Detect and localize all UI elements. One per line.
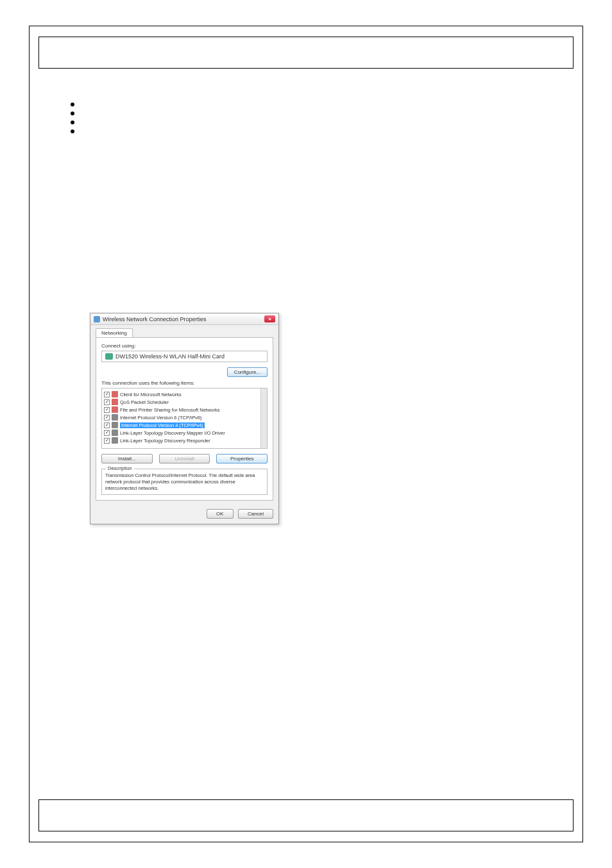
item-label: Link-Layer Topology Discovery Responder <box>120 438 210 444</box>
item-label: Link-Layer Topology Discovery Mapper I/O… <box>120 430 225 436</box>
item-label: Client for Microsoft Networks <box>120 392 182 397</box>
adapter-icon <box>105 353 113 360</box>
item-checkbox[interactable]: ✓ <box>104 422 110 428</box>
item-icon <box>112 422 118 428</box>
adapter-name: DW1520 Wireless-N WLAN Half-Mini Card <box>115 353 225 360</box>
item-icon <box>112 437 118 444</box>
ok-button[interactable]: OK <box>207 509 234 519</box>
dialog-footer: OK Cancel <box>90 506 278 524</box>
scrollbar[interactable] <box>260 388 267 448</box>
properties-button[interactable]: Properties <box>216 454 268 463</box>
connection-item[interactable]: ✓Link-Layer Topology Discovery Responder <box>104 437 265 444</box>
item-label: File and Printer Sharing for Microsoft N… <box>120 407 219 413</box>
item-checkbox[interactable]: ✓ <box>104 399 110 405</box>
properties-dialog: Wireless Network Connection Properties ×… <box>90 313 279 524</box>
item-checkbox[interactable]: ✓ <box>104 415 110 421</box>
item-label: QoS Packet Scheduler <box>120 399 169 405</box>
titlebar: Wireless Network Connection Properties × <box>90 313 278 325</box>
header-box <box>38 37 574 69</box>
item-icon <box>112 430 118 436</box>
configure-row: Configure... <box>101 367 268 377</box>
item-checkbox[interactable]: ✓ <box>104 407 110 413</box>
item-checkbox[interactable]: ✓ <box>104 438 110 444</box>
bullet-icon <box>71 129 74 133</box>
bullet-item <box>71 103 561 106</box>
connection-items-list[interactable]: ✓Client for Microsoft Networks✓QoS Packe… <box>101 388 268 449</box>
item-label: Internet Protocol Version 4 (TCP/IPv4) <box>120 422 205 428</box>
item-label: Internet Protocol Version 6 (TCP/IPv6) <box>120 415 202 421</box>
connection-item[interactable]: ✓Internet Protocol Version 6 (TCP/IPv6) <box>104 413 265 421</box>
bullet-icon <box>71 112 74 115</box>
bullet-icon <box>71 121 74 124</box>
titlebar-left: Wireless Network Connection Properties <box>94 316 207 322</box>
button-row: Install... Uninstall Properties <box>101 454 268 463</box>
bullet-item <box>71 112 561 115</box>
bullet-list <box>71 103 561 133</box>
connection-item[interactable]: ✓Internet Protocol Version 4 (TCP/IPv4) <box>104 421 265 429</box>
connection-item[interactable]: ✓QoS Packet Scheduler <box>104 398 265 406</box>
footer-box <box>38 799 574 831</box>
tab-networking[interactable]: Networking <box>96 328 133 337</box>
item-checkbox[interactable]: ✓ <box>104 392 110 397</box>
item-icon <box>112 414 118 421</box>
bullet-icon <box>71 103 74 106</box>
description-label: Description <box>106 465 134 472</box>
adapter-box: DW1520 Wireless-N WLAN Half-Mini Card <box>101 351 268 362</box>
window-icon <box>94 316 100 322</box>
tab-strip: Networking <box>90 325 278 337</box>
item-checkbox[interactable]: ✓ <box>104 430 110 436</box>
dialog-body: Connect using: DW1520 Wireless-N WLAN Ha… <box>96 337 273 501</box>
uninstall-button: Uninstall <box>159 454 210 463</box>
bullet-item <box>71 121 561 124</box>
configure-button[interactable]: Configure... <box>227 367 268 377</box>
window-title: Wireless Network Connection Properties <box>103 316 207 322</box>
item-icon <box>112 391 118 397</box>
install-button[interactable]: Install... <box>101 454 153 463</box>
connection-item[interactable]: ✓File and Printer Sharing for Microsoft … <box>104 406 265 413</box>
cancel-button[interactable]: Cancel <box>238 509 273 519</box>
items-label: This connection uses the following items… <box>101 380 268 386</box>
bullet-item <box>71 129 561 133</box>
item-icon <box>112 399 118 405</box>
connection-item[interactable]: ✓Client for Microsoft Networks <box>104 390 265 398</box>
close-button[interactable]: × <box>264 315 275 322</box>
connect-using-label: Connect using: <box>101 343 268 349</box>
connection-item[interactable]: ✓Link-Layer Topology Discovery Mapper I/… <box>104 429 265 437</box>
description-box: Description Transmission Control Protoco… <box>101 469 268 495</box>
item-icon <box>112 406 118 413</box>
screenshot-wrapper: Wireless Network Connection Properties ×… <box>90 313 561 524</box>
page-content: Wireless Network Connection Properties ×… <box>38 77 574 550</box>
description-text: Transmission Control Protocol/Internet P… <box>105 472 255 491</box>
